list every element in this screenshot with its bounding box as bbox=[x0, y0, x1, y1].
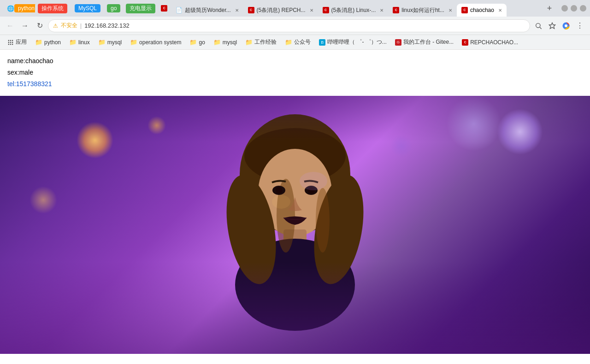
tab-repchao2[interactable]: C (5条消息) Linux-... ✕ bbox=[318, 4, 389, 17]
svg-point-27 bbox=[300, 172, 327, 190]
address-bar[interactable]: ⚠ 不安全 | 192.168.232.132 bbox=[48, 19, 530, 32]
tab-linux[interactable]: C linux如何运行ht... ✕ bbox=[388, 4, 457, 17]
bilibili-icon: B bbox=[319, 39, 325, 46]
bookmark-linux[interactable]: 📁 linux bbox=[65, 37, 94, 47]
pinned-os-label: 操作系统 bbox=[38, 4, 67, 13]
folder-icon-os: 📁 bbox=[130, 39, 137, 46]
name-line: name:chaochao bbox=[7, 55, 583, 67]
bookmark-go[interactable]: 📁 go bbox=[186, 37, 208, 47]
minimize-button[interactable] bbox=[561, 5, 568, 12]
grid-icon bbox=[7, 39, 14, 46]
sex-line: sex:male bbox=[7, 67, 583, 78]
bookmark-repchaochao-label: REPCHAOCHAO... bbox=[470, 39, 518, 46]
close-button[interactable] bbox=[580, 5, 586, 12]
address-text: 192.168.232.132 bbox=[84, 22, 130, 29]
pinned-charge-label: 充电显示 bbox=[126, 4, 155, 13]
tab-repchao1-favicon: C bbox=[248, 7, 254, 13]
tab-chaochao-favicon: C bbox=[461, 7, 468, 13]
bookmark-apps[interactable]: 应用 bbox=[4, 37, 30, 47]
svg-marker-2 bbox=[549, 23, 555, 29]
svg-point-22 bbox=[316, 188, 330, 252]
bookmark-repchaochao[interactable]: C REPCHAOCHAO... bbox=[458, 38, 522, 47]
tab-linux-label: linux如何运行ht... bbox=[401, 6, 444, 14]
folder-icon-mysql: 📁 bbox=[98, 39, 106, 46]
bookmark-mysql[interactable]: 📁 mysql bbox=[94, 37, 125, 47]
csdn-bm-icon: C bbox=[462, 39, 468, 46]
security-warning-icon: ⚠ bbox=[53, 23, 58, 29]
tab-wonder-label: 超级简历Wonder... bbox=[185, 6, 230, 14]
maximize-button[interactable] bbox=[571, 5, 577, 12]
hero-image bbox=[0, 96, 590, 354]
bookmark-python-label: python bbox=[44, 39, 61, 46]
bookmark-gitee-label: 我的工作台 - Gitee... bbox=[403, 38, 454, 46]
pinned-tab-mysql[interactable]: MySQL bbox=[72, 2, 103, 15]
new-tab-button[interactable]: + bbox=[543, 2, 556, 15]
svg-rect-13 bbox=[12, 43, 13, 44]
toolbar: ← → ↻ ⚠ 不安全 | 192.168.232.132 ⋮ bbox=[0, 17, 590, 35]
bookmark-gitee[interactable]: G 我的工作台 - Gitee... bbox=[391, 37, 457, 47]
svg-point-24 bbox=[276, 187, 282, 194]
tab-wonder[interactable]: 📄 超级简历Wonder... ✕ bbox=[171, 4, 243, 17]
bookmark-mysql2-label: mysql bbox=[223, 39, 237, 46]
reload-button[interactable]: ↻ bbox=[33, 19, 46, 32]
bookmark-os-label: operation system bbox=[139, 39, 181, 46]
tab-linux-close[interactable]: ✕ bbox=[448, 8, 452, 13]
pinned-tab-charge[interactable]: 充电显示 bbox=[124, 2, 157, 15]
folder-icon-go: 📁 bbox=[189, 39, 197, 46]
top-fade bbox=[0, 96, 590, 142]
pinned-tab-csdn[interactable]: C bbox=[159, 2, 169, 15]
menu-button[interactable]: ⋮ bbox=[573, 19, 586, 32]
tab-repchao2-favicon: C bbox=[323, 7, 329, 13]
address-separator: | bbox=[80, 23, 82, 29]
svg-rect-6 bbox=[10, 40, 11, 41]
bookmarks-bar: 应用 📁 python 📁 linux 📁 mysql 📁 operation … bbox=[0, 35, 590, 50]
tab-chaochao[interactable]: C chaochao ✕ bbox=[457, 4, 507, 17]
tab-chaochao-label: chaochao bbox=[470, 7, 494, 13]
bottom-fade bbox=[0, 262, 590, 354]
pinned-tab-python[interactable]: python bbox=[19, 2, 33, 15]
tab-wonder-favicon: 📄 bbox=[176, 7, 183, 13]
tab-repchao1-close[interactable]: ✕ bbox=[310, 8, 313, 13]
bookmark-operation-system[interactable]: 📁 operation system bbox=[126, 37, 185, 47]
folder-icon-python: 📁 bbox=[35, 39, 42, 46]
svg-rect-12 bbox=[10, 43, 11, 44]
tab-repchao1-label: (5条消息) REPCH... bbox=[257, 6, 306, 14]
pinned-mysql-label: MySQL bbox=[75, 4, 100, 12]
bookmark-python[interactable]: 📁 python bbox=[31, 37, 65, 47]
csdn-favicon-icon: C bbox=[161, 5, 167, 12]
security-label: 不安全 bbox=[61, 22, 77, 29]
svg-point-28 bbox=[272, 195, 290, 209]
bookmark-public[interactable]: 📁 公众号 bbox=[281, 37, 314, 47]
svg-rect-9 bbox=[10, 41, 11, 42]
svg-rect-5 bbox=[8, 40, 9, 41]
pinned-tab-go[interactable]: go bbox=[105, 2, 122, 15]
tab-repchao2-label: (5条消息) Linux-... bbox=[331, 6, 376, 14]
bookmark-bilibili[interactable]: B 哔哩哔哩（ ゜- ゜）つ... bbox=[315, 37, 390, 47]
light-blob-2 bbox=[30, 186, 57, 214]
gitee-icon: G bbox=[395, 39, 401, 46]
forward-button[interactable]: → bbox=[18, 19, 31, 32]
bookmark-work[interactable]: 📁 工作经验 bbox=[242, 37, 280, 47]
page-content: name:chaochao sex:male tel:1517388321 bbox=[0, 50, 590, 96]
folder-icon-mysql2: 📁 bbox=[213, 39, 221, 46]
pinned-tab-os[interactable]: 操作系统 bbox=[35, 2, 70, 15]
search-button[interactable] bbox=[532, 19, 545, 32]
tab-repchao1[interactable]: C (5条消息) REPCH... ✕ bbox=[243, 4, 318, 17]
back-button[interactable]: ← bbox=[4, 19, 17, 32]
profile-button[interactable] bbox=[560, 19, 572, 32]
bookmark-bilibili-label: 哔哩哔哩（ ゜- ゜）つ... bbox=[327, 38, 387, 46]
toolbar-right: ⋮ bbox=[532, 19, 586, 32]
pinned-go-label: go bbox=[107, 4, 120, 12]
svg-line-1 bbox=[540, 27, 542, 29]
svg-point-0 bbox=[536, 23, 540, 27]
tab-repchao2-close[interactable]: ✕ bbox=[380, 8, 384, 13]
bookmark-button[interactable] bbox=[546, 19, 559, 32]
bookmark-go-label: go bbox=[199, 39, 205, 46]
svg-rect-10 bbox=[12, 41, 13, 42]
title-bar: 🌐 python 操作系统 MySQL go 充电显示 C 📄 超级简历Wond… bbox=[0, 0, 590, 17]
tab-wonder-close[interactable]: ✕ bbox=[235, 8, 239, 13]
bookmark-mysql2[interactable]: 📁 mysql bbox=[210, 37, 241, 47]
svg-rect-7 bbox=[12, 40, 13, 41]
bookmark-apps-label: 应用 bbox=[16, 38, 27, 46]
tab-chaochao-close[interactable]: ✕ bbox=[498, 8, 502, 13]
